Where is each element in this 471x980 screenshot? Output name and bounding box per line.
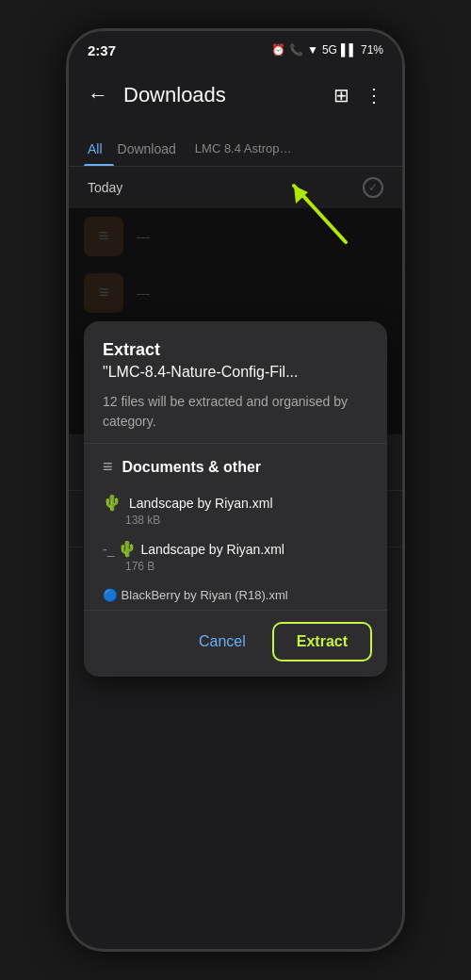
- back-button[interactable]: ←: [84, 79, 112, 111]
- file-entry-icon-1: 🌵: [103, 494, 122, 512]
- battery-level: 71%: [361, 43, 383, 57]
- file-entry-row-1: 🌵 Landscape by Riyan.xml: [103, 494, 368, 512]
- file-entry-2: -_ 🌵 Landscape by Riyan.xml 176 B: [84, 538, 387, 584]
- status-icons: ⏰ 📞 ▼ 5G ▌▌ 71%: [271, 43, 383, 57]
- tabs-row: All Download LMC 8.4 Astrophotography Ca…: [69, 122, 402, 167]
- today-section-header: Today ✓: [69, 167, 402, 208]
- file-entry-icon-2: 🌵: [118, 540, 137, 558]
- file-prefix-2: -_: [103, 542, 114, 557]
- file-entry-1: 🌵 Landscape by Riyan.xml 138 kB: [84, 492, 387, 538]
- page-title: Downloads: [123, 83, 318, 107]
- status-bar: 2:37 ⏰ 📞 ▼ 5G ▌▌ 71%: [69, 31, 402, 69]
- extract-button[interactable]: Extract: [272, 622, 372, 662]
- notch: [207, 31, 264, 50]
- file-entry-name-2: Landscape by Riyan.xml: [140, 542, 284, 557]
- dialog-description: 12 files will be extracted and organised…: [103, 392, 368, 432]
- cancel-button[interactable]: Cancel: [180, 622, 265, 662]
- file-entry-size-1: 138 kB: [103, 514, 368, 527]
- tab-download[interactable]: Download: [114, 141, 187, 166]
- category-icon: ≡: [103, 457, 113, 477]
- dialog-category: ≡ Documents & other: [84, 444, 387, 492]
- alarm-icon: ⏰: [271, 43, 285, 57]
- file-entry-size-2: 176 B: [103, 560, 368, 573]
- partial-file-row: 🔵 BlackBerry by Riyan (R18).xml: [84, 584, 387, 610]
- today-label: Today: [88, 180, 122, 195]
- signal-bars: ▌▌: [341, 43, 357, 57]
- file-entry-row-2: -_ 🌵 Landscape by Riyan.xml: [103, 540, 368, 558]
- dialog-subtitle: "LMC-8.4-Nature-Config-Fil...: [103, 364, 368, 381]
- dialog-buttons: Cancel Extract: [84, 611, 387, 677]
- today-check-icon[interactable]: ✓: [363, 177, 383, 198]
- app-header: ← Downloads ⊞ ⋮: [69, 69, 402, 122]
- phone-frame: 2:37 ⏰ 📞 ▼ 5G ▌▌ 71% ← Downloads ⊞ ⋮ All…: [66, 28, 405, 952]
- wifi-icon: ▼: [307, 43, 318, 57]
- more-options-button[interactable]: ⋮: [361, 80, 387, 110]
- category-row: ≡ Documents & other: [103, 457, 368, 477]
- grid-view-button[interactable]: ⊞: [330, 80, 353, 110]
- header-actions: ⊞ ⋮: [330, 80, 387, 110]
- extract-dialog: Extract "LMC-8.4-Nature-Config-Fil... 12…: [84, 321, 387, 677]
- category-label: Documents & other: [122, 459, 262, 476]
- tab-file[interactable]: LMC 8.4 Astrophotography Ca File: [187, 141, 300, 166]
- dialog-header: Extract "LMC-8.4-Nature-Config-Fil... 12…: [84, 321, 387, 443]
- status-time: 2:37: [88, 42, 116, 58]
- file-entry-name-1: Landscape by Riyan.xml: [129, 496, 273, 511]
- signal-icon: 5G: [322, 43, 337, 57]
- dialog-title: Extract: [103, 340, 368, 360]
- tab-all[interactable]: All: [84, 141, 114, 166]
- file-list: ≡ — ≡ — ≡ — ≡ — Extrac: [69, 208, 402, 434]
- call-icon: 📞: [289, 43, 303, 57]
